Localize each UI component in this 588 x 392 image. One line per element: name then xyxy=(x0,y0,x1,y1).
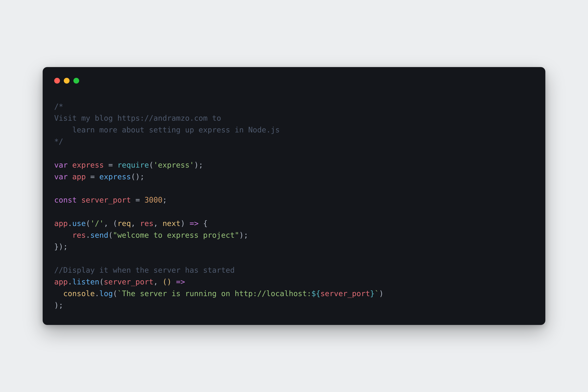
paren: ); xyxy=(194,161,203,169)
identifier: app xyxy=(54,219,68,228)
operator: = xyxy=(86,172,99,181)
string-literal: '/' xyxy=(90,219,104,228)
comma: , ( xyxy=(104,219,117,228)
dot: . xyxy=(86,231,90,240)
paren: (); xyxy=(131,172,144,181)
method-call: send xyxy=(90,231,108,240)
brace: }); xyxy=(54,242,68,251)
keyword-const: const xyxy=(54,196,77,204)
operator: = xyxy=(104,161,117,169)
space xyxy=(172,278,176,286)
keyword-var: var xyxy=(54,161,68,169)
template-delim: ${ xyxy=(311,289,320,298)
window-titlebar xyxy=(54,78,534,84)
paren: ( xyxy=(108,231,113,240)
identifier: res xyxy=(72,231,86,240)
template-delim: } xyxy=(370,289,374,298)
operator: = xyxy=(131,196,144,204)
parameter: res xyxy=(140,219,153,228)
backtick: ` xyxy=(374,289,379,298)
semicolon: ; xyxy=(162,196,167,204)
identifier: app xyxy=(54,278,68,286)
minimize-icon[interactable] xyxy=(64,78,70,84)
comma: , xyxy=(154,278,162,286)
indent xyxy=(54,231,72,240)
arrow: => xyxy=(176,278,185,286)
identifier: server_port xyxy=(104,278,153,286)
identifier: console xyxy=(63,289,95,298)
paren: ) xyxy=(379,289,384,298)
code-comment: learn more about setting up express in N… xyxy=(54,126,280,134)
close-icon[interactable] xyxy=(54,78,60,84)
paren: ( xyxy=(99,278,104,286)
comma: , xyxy=(154,219,162,228)
identifier: server_port xyxy=(81,196,131,204)
identifier: app xyxy=(72,172,86,181)
template-var: server_port xyxy=(320,289,370,298)
zoom-icon[interactable] xyxy=(74,78,79,84)
backtick: ` xyxy=(118,289,122,298)
code-comment: //Display it when the server has started xyxy=(54,266,234,274)
method-call: log xyxy=(99,289,113,298)
indent xyxy=(54,289,63,298)
function-call: require xyxy=(118,161,149,169)
keyword-var: var xyxy=(54,172,68,181)
paren: ( xyxy=(86,219,90,228)
template-string: The server is running on http://localhos… xyxy=(122,289,311,298)
paren: ( xyxy=(113,289,117,298)
code-comment: /* xyxy=(54,102,63,111)
code-comment: Visit my blog https://andramzo.com to xyxy=(54,114,221,122)
code-editor[interactable]: /* Visit my blog https://andramzo.com to… xyxy=(54,101,534,311)
number-literal: 3000 xyxy=(144,196,162,204)
brace: { xyxy=(198,219,208,228)
paren: () xyxy=(162,278,172,286)
paren: ) xyxy=(181,219,190,228)
arrow: => xyxy=(190,219,199,228)
function-call: express xyxy=(99,172,131,181)
paren: ( xyxy=(149,161,153,169)
dot: . xyxy=(95,289,99,298)
string-literal: "welcome to express project" xyxy=(113,231,239,240)
code-comment: */ xyxy=(54,137,63,146)
comma: , xyxy=(131,219,140,228)
method-call: listen xyxy=(72,278,99,286)
parameter: req xyxy=(118,219,131,228)
parameter: next xyxy=(162,219,181,228)
method-call: use xyxy=(72,219,86,228)
paren: ); xyxy=(54,301,63,310)
code-window: /* Visit my blog https://andramzo.com to… xyxy=(43,67,545,325)
dot: . xyxy=(68,278,72,286)
string-literal: 'express' xyxy=(154,161,194,169)
dot: . xyxy=(68,219,72,228)
paren: ); xyxy=(239,231,248,240)
identifier: express xyxy=(72,161,104,169)
